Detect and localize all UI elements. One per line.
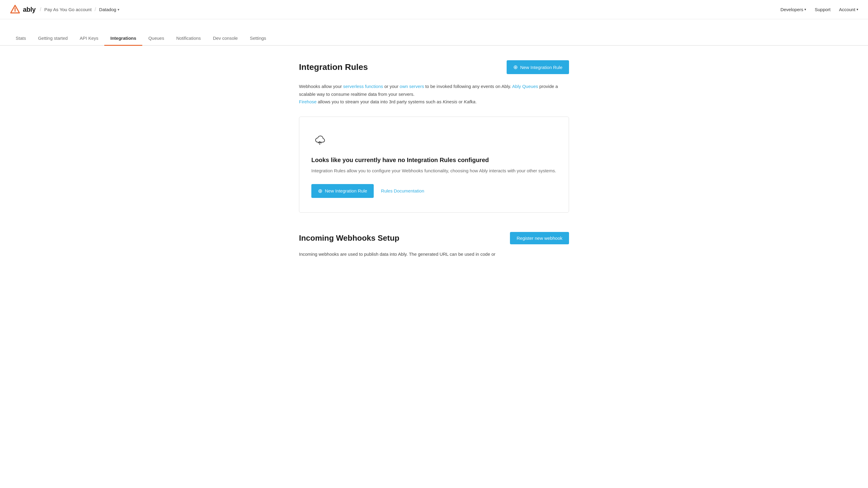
tab-queues[interactable]: Queues — [142, 31, 170, 46]
top-navigation: ably / Pay As You Go account / Datadog ▾… — [0, 0, 868, 19]
nav-support[interactable]: Support — [815, 7, 831, 12]
tab-notifications[interactable]: Notifications — [170, 31, 207, 46]
nav-account[interactable]: Account ▾ — [839, 7, 858, 12]
account-chevron-icon: ▾ — [857, 7, 858, 11]
incoming-webhooks-title: Incoming Webhooks Setup — [299, 233, 399, 243]
nav-sep-1: / — [40, 6, 41, 13]
integration-rules-title: Integration Rules — [299, 62, 368, 72]
empty-state-card: Looks like you currently have no Integra… — [299, 117, 569, 213]
nav-developers[interactable]: Developers ▾ — [780, 7, 806, 12]
nav-sep-2: / — [95, 6, 96, 13]
empty-state-description: Integration Rules allow you to configure… — [311, 167, 557, 174]
tab-stats[interactable]: Stats — [10, 31, 32, 46]
logo-area[interactable]: ably — [10, 4, 36, 15]
serverless-functions-link[interactable]: serverless functions — [343, 84, 383, 89]
integration-rules-header: Integration Rules ⊕ New Integration Rule — [299, 60, 569, 74]
ably-queues-link[interactable]: Ably Queues — [512, 84, 538, 89]
top-nav-right: Developers ▾ Support Account ▾ — [780, 7, 858, 12]
sub-navigation: Stats Getting started API Keys Integrati… — [0, 31, 868, 46]
breadcrumb-app[interactable]: Datadog ▾ — [99, 7, 119, 12]
logo-text: ably — [23, 6, 36, 13]
plus-icon: ⊕ — [513, 64, 518, 70]
firehose-link[interactable]: Firehose — [299, 99, 316, 104]
ably-logo-icon — [10, 4, 21, 15]
tab-integrations[interactable]: Integrations — [104, 31, 142, 46]
empty-state-title: Looks like you currently have no Integra… — [311, 157, 557, 164]
new-integration-rule-button-top[interactable]: ⊕ New Integration Rule — [507, 60, 569, 74]
integration-rules-description: Webhooks allow your serverless functions… — [299, 83, 569, 106]
new-integration-rule-button-card[interactable]: ⊕ New Integration Rule — [311, 184, 374, 198]
tab-settings[interactable]: Settings — [244, 31, 272, 46]
empty-state-actions: ⊕ New Integration Rule Rules Documentati… — [311, 184, 557, 198]
tab-api-keys[interactable]: API Keys — [74, 31, 104, 46]
own-servers-link[interactable]: own servers — [400, 84, 424, 89]
incoming-webhooks-header: Incoming Webhooks Setup Register new web… — [299, 232, 569, 244]
cloud-upload-icon — [311, 131, 557, 150]
main-content: Integration Rules ⊕ New Integration Rule… — [289, 46, 579, 272]
developers-chevron-icon: ▾ — [804, 7, 806, 11]
register-webhook-button[interactable]: Register new webhook — [510, 232, 569, 244]
plus-icon-card: ⊕ — [318, 188, 322, 194]
app-chevron-icon: ▾ — [118, 7, 119, 12]
incoming-webhooks-description: Incoming webhooks are used to publish da… — [299, 250, 569, 258]
breadcrumb-account[interactable]: Pay As You Go account — [44, 7, 92, 12]
tab-getting-started[interactable]: Getting started — [32, 31, 73, 46]
tab-dev-console[interactable]: Dev console — [207, 31, 244, 46]
rules-documentation-link[interactable]: Rules Documentation — [376, 185, 429, 197]
